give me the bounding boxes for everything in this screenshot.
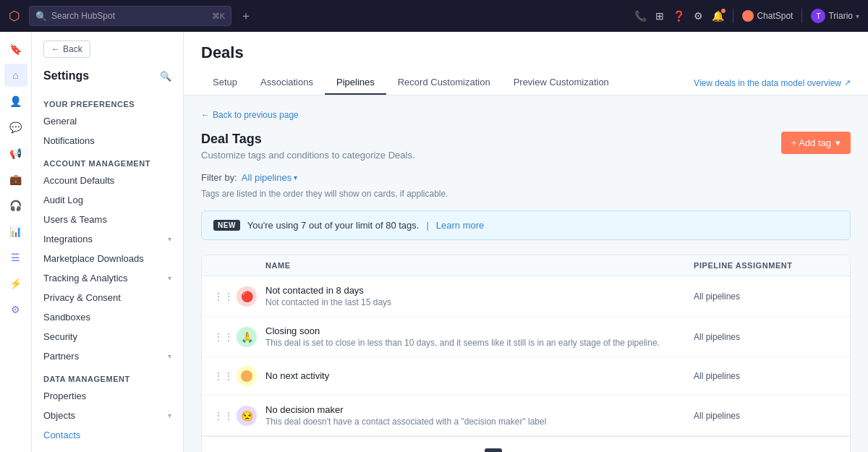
tag-desc: Not contacted in the last 15 days xyxy=(265,297,694,307)
reports-icon[interactable]: 📊 xyxy=(4,220,27,243)
view-data-model-link[interactable]: View deals in the data model overview ↗ xyxy=(694,78,851,88)
sidebar-section-account: Account Management Account Defaults Audi… xyxy=(32,150,183,366)
tag-icon: 😒 xyxy=(237,406,257,426)
col-name-header: NAME xyxy=(265,261,694,270)
icon-rail: 🔖 ⌂ 👤 💬 📢 💼 🎧 📊 ☰ ⚡ ⚙ xyxy=(0,32,32,452)
filter-chevron-icon: ▾ xyxy=(294,174,297,182)
learn-more-link[interactable]: Learn more xyxy=(436,220,484,231)
filter-dropdown[interactable]: All pipelines ▾ xyxy=(242,172,297,183)
back-button[interactable]: ← Back xyxy=(43,40,90,58)
info-banner: NEW You're using 7 out of your limit of … xyxy=(201,210,851,240)
tab-record-customization[interactable]: Record Customization xyxy=(386,71,502,95)
user-menu[interactable]: T Triario ▾ xyxy=(811,9,859,23)
main-content: Deals Setup Associations Pipelines Recor… xyxy=(184,32,868,452)
content-area: Back to previous page Deal Tags Customiz… xyxy=(184,95,868,452)
contacts-icon[interactable]: 👤 xyxy=(4,90,27,113)
external-link-icon: ↗ xyxy=(844,78,851,88)
sidebar-item-audit-log[interactable]: Audit Log xyxy=(32,190,183,210)
sidebar-item-notifications[interactable]: Notifications xyxy=(32,131,183,150)
nav-divider-2 xyxy=(801,9,802,23)
avatar: T xyxy=(811,9,825,23)
sales-icon[interactable]: 💼 xyxy=(4,168,27,191)
tab-pipelines[interactable]: Pipelines xyxy=(325,71,386,95)
sidebar-search-icon[interactable]: 🔍 xyxy=(160,71,171,82)
search-placeholder: Search HubSpot xyxy=(51,11,115,21)
sidebar-item-sandboxes[interactable]: Sandboxes xyxy=(32,307,183,327)
sidebar-item-objects[interactable]: Objects ▾ xyxy=(32,406,183,425)
settings-icon[interactable]: ⚙ xyxy=(694,10,703,22)
sidebar-item-partners[interactable]: Partners ▾ xyxy=(32,346,183,366)
banner-text: You're using 7 out of your limit of 80 t… xyxy=(247,220,420,231)
sidebar-item-marketplace[interactable]: Marketplace Downloads xyxy=(32,249,183,268)
conversations-icon[interactable]: 💬 xyxy=(4,116,27,139)
filter-note: Tags are listed in the order they will s… xyxy=(201,189,851,199)
table-container: NAME PIPELINE ASSIGNMENT ⋮⋮ 🔴 Not contac… xyxy=(201,255,851,452)
next-button[interactable]: Next ▶ xyxy=(511,449,552,453)
sidebar-item-integrations[interactable]: Integrations ▾ xyxy=(32,229,183,249)
sidebar-item-privacy[interactable]: Privacy & Consent xyxy=(32,288,183,307)
user-label: Triario xyxy=(828,11,853,21)
phone-icon[interactable]: 📞 xyxy=(634,10,647,22)
nav-divider xyxy=(733,9,733,23)
prev-button[interactable]: ◀ Prev xyxy=(435,449,477,453)
sidebar-item-security[interactable]: Security xyxy=(32,327,183,346)
tag-name: No next activity xyxy=(265,370,694,381)
section-title: Deal Tags xyxy=(201,132,415,147)
marketing-icon[interactable]: 📢 xyxy=(4,142,27,165)
bookmark-icon[interactable]: 🔖 xyxy=(4,38,27,61)
tag-name: Not contacted in 8 days xyxy=(265,285,694,296)
sidebar-section-preferences: Your Preferences General Notifications xyxy=(32,91,183,150)
automation-icon[interactable]: ⚡ xyxy=(4,272,27,295)
pipeline-assignment: All pipelines xyxy=(694,332,838,342)
section-title-data: Data Management xyxy=(32,366,183,386)
sidebar-item-contacts[interactable]: Contacts xyxy=(32,425,183,445)
chatspot-button[interactable]: ChatSpot xyxy=(742,10,793,22)
settings-rail-icon[interactable]: ⚙ xyxy=(4,298,27,321)
settings-sidebar: ← Back Settings 🔍 Your Preferences Gener… xyxy=(32,32,184,452)
notifications-icon[interactable]: 🔔 xyxy=(712,10,724,22)
integrations-chevron-icon: ▾ xyxy=(168,235,171,243)
add-tag-button[interactable]: + Add tag ▾ xyxy=(781,132,851,154)
service-icon[interactable]: 🎧 xyxy=(4,194,27,217)
sidebar-item-account-defaults[interactable]: Account Defaults xyxy=(32,171,183,190)
section-title-account: Account Management xyxy=(32,150,183,171)
hubspot-logo[interactable]: ⬡ xyxy=(9,8,20,24)
drag-handle-icon[interactable]: ⋮⋮ xyxy=(213,291,237,302)
sidebar-item-tracking[interactable]: Tracking & Analytics ▾ xyxy=(32,268,183,288)
tag-icon: 🙏 xyxy=(237,327,257,347)
drag-handle-icon[interactable]: ⋮⋮ xyxy=(213,410,237,422)
tab-setup[interactable]: Setup xyxy=(201,71,249,95)
tag-name: Closing soon xyxy=(265,325,694,336)
pipeline-assignment: All pipelines xyxy=(694,291,838,302)
tab-preview-customization[interactable]: Preview Customization xyxy=(502,71,621,95)
tabs: Setup Associations Pipelines Record Cust… xyxy=(201,71,621,95)
breadcrumb[interactable]: Back to previous page xyxy=(201,110,851,120)
tracking-chevron-icon: ▾ xyxy=(168,274,171,282)
chatspot-icon xyxy=(742,10,754,22)
sidebar-item-users-teams[interactable]: Users & Teams xyxy=(32,210,183,229)
lists-icon[interactable]: ☰ xyxy=(4,246,27,269)
table-row: ⋮⋮ No next activity All pipelines xyxy=(202,357,850,396)
sidebar-item-properties[interactable]: Properties xyxy=(32,386,183,406)
sidebar-item-general[interactable]: General xyxy=(32,111,183,131)
search-bar[interactable]: 🔍 Search HubSpot ⌘K xyxy=(29,6,231,26)
tag-icon: 🔴 xyxy=(237,286,257,307)
sidebar-back: ← Back xyxy=(32,32,183,64)
sidebar-title: Settings xyxy=(43,69,89,82)
page-title: Deals xyxy=(201,43,244,62)
pagination: ◀ Prev 1 Next ▶ 10 per page ▾ xyxy=(202,436,850,452)
drag-handle-icon[interactable]: ⋮⋮ xyxy=(213,331,237,343)
new-badge: NEW xyxy=(213,220,240,231)
back-arrow-icon: ← xyxy=(51,44,60,54)
drag-handle-icon[interactable]: ⋮⋮ xyxy=(213,370,237,382)
tab-associations[interactable]: Associations xyxy=(249,71,325,95)
sidebar-section-data: Data Management Properties Objects ▾ Con… xyxy=(32,366,183,445)
help-icon[interactable]: ❓ xyxy=(673,10,685,22)
chatspot-label: ChatSpot xyxy=(757,11,793,21)
add-button[interactable]: ＋ xyxy=(240,9,252,24)
home-icon[interactable]: ⌂ xyxy=(4,64,27,87)
user-chevron-icon: ▾ xyxy=(856,12,859,20)
tabs-row: Deals xyxy=(201,43,851,71)
nav-icons: 📞 ⊞ ❓ ⚙ 🔔 ChatSpot T Triario ▾ xyxy=(634,9,859,23)
grid-icon[interactable]: ⊞ xyxy=(655,10,664,22)
